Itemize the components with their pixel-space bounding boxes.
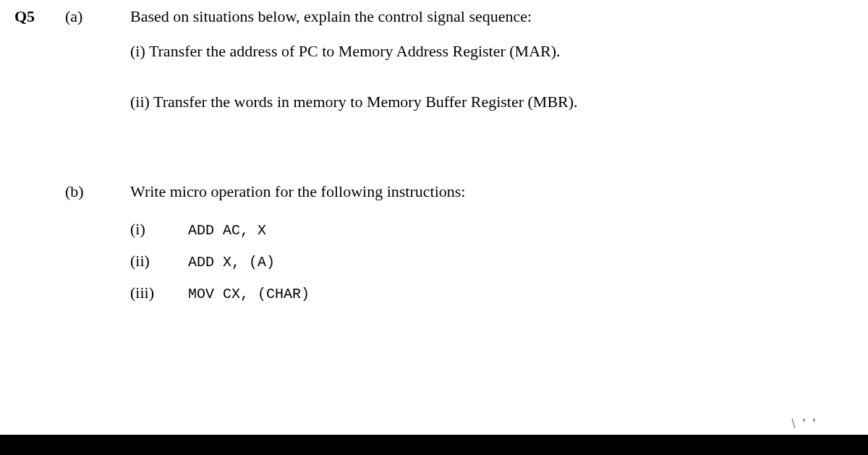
part-a-item-2-marker: (ii)	[130, 93, 150, 111]
part-b-item-3: (iii) MOV CX, (CHAR)	[130, 284, 854, 302]
scribble-mark: \ ' '	[792, 417, 818, 432]
part-a-item-1-text: Transfer the address of PC to Memory Add…	[149, 42, 561, 60]
part-b-item-2: (ii) ADD X, (A)	[130, 252, 854, 271]
part-b-row: (b) Write micro operation for the follow…	[14, 182, 854, 310]
part-b-item-1-marker: (i)	[130, 220, 188, 239]
bottom-black-strip	[0, 435, 868, 455]
part-b-item-2-marker: (ii)	[130, 252, 188, 271]
part-b-prompt: Write micro operation for the following …	[130, 182, 854, 201]
part-b-item-2-code: ADD X, (A)	[188, 254, 275, 271]
part-a-item-2: (ii) Transfer the words in memory to Mem…	[130, 93, 854, 111]
part-a-item-2-text: Transfer the words in memory to Memory B…	[153, 93, 578, 111]
question-page: Q5 (a) Based on situations below, explai…	[14, 7, 854, 327]
part-a-prompt: Based on situations below, explain the c…	[130, 7, 854, 26]
part-a-body: Based on situations below, explain the c…	[130, 7, 854, 143]
part-b-item-3-marker: (iii)	[130, 284, 188, 302]
part-b-item-3-code: MOV CX, (CHAR)	[188, 286, 310, 302]
part-a-item-1: (i) Transfer the address of PC to Memory…	[130, 42, 854, 61]
part-b-item-1: (i) ADD AC, X	[130, 220, 854, 239]
part-a-item-1-marker: (i)	[130, 42, 145, 60]
part-a-row: Q5 (a) Based on situations below, explai…	[14, 7, 854, 143]
part-b-label: (b)	[65, 182, 130, 201]
part-a-label: (a)	[65, 7, 130, 26]
part-b-body: Write micro operation for the following …	[130, 182, 854, 310]
part-b-item-1-code: ADD AC, X	[188, 222, 266, 239]
question-number: Q5	[14, 7, 65, 26]
